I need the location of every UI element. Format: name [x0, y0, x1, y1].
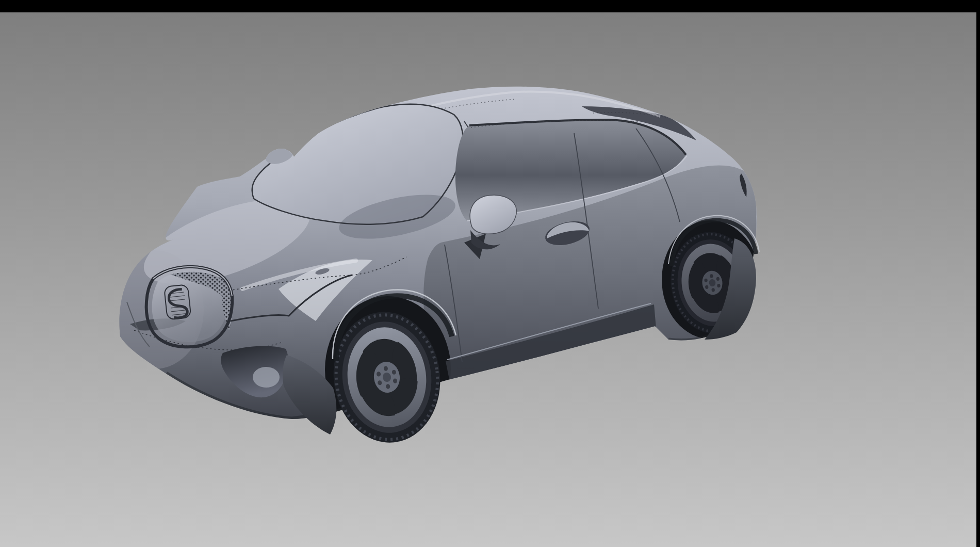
application-window [0, 0, 980, 547]
viewport-canvas[interactable] [0, 0, 980, 547]
fog-lamp [253, 367, 280, 388]
right-black-bar [976, 0, 980, 547]
top-black-bar [0, 0, 980, 12]
